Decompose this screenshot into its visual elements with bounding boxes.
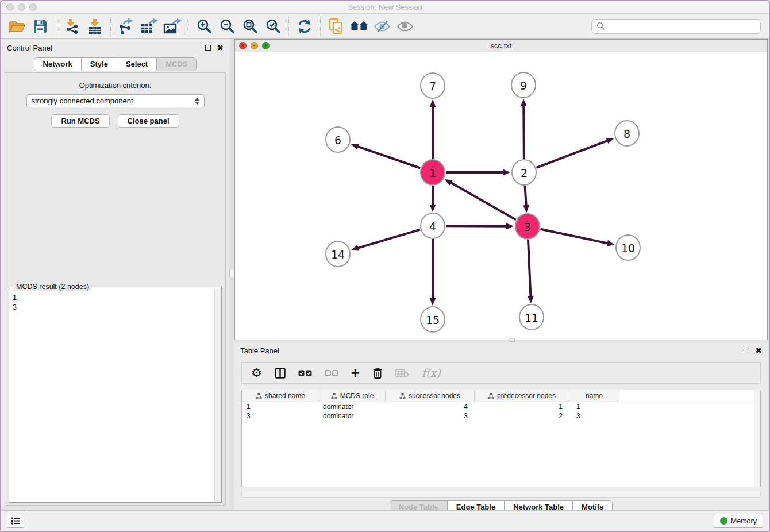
hierarchy-icon <box>331 393 337 399</box>
export-image-icon <box>163 18 182 34</box>
close-panel-icon[interactable]: ✖ <box>217 45 224 51</box>
zoom-selected-icon <box>265 18 281 34</box>
column-header-label: successor nodes <box>409 392 460 400</box>
toggle-columns-button[interactable] <box>275 364 286 381</box>
graph-edge-arrowhead <box>351 245 359 251</box>
graph-node-label: 2 <box>521 167 528 179</box>
table-cell[interactable]: 1 <box>242 403 319 411</box>
criterion-select[interactable]: strongly connected component <box>26 94 205 107</box>
graph-edge-3-1[interactable] <box>450 182 516 220</box>
deselect-all-rows-button[interactable] <box>325 364 338 381</box>
home-views-button[interactable] <box>348 16 371 37</box>
table-row[interactable]: 3dominator323 <box>242 411 760 421</box>
column-header-successor-nodes[interactable]: successor nodes <box>386 390 475 402</box>
network-graph-svg: 7968124314101511 <box>235 52 767 340</box>
graph-node-label: 8 <box>623 128 630 140</box>
table-cell[interactable]: 1 <box>569 403 619 411</box>
table-row[interactable]: 1dominator411 <box>242 402 760 411</box>
network-window-title: scc.txt <box>235 41 767 50</box>
close-table-panel-icon[interactable]: ✖ <box>755 348 762 353</box>
memory-button[interactable]: Memory <box>714 514 763 528</box>
table-header-row: shared nameMCDS rolesuccessor nodesprede… <box>242 390 760 402</box>
export-table-button[interactable] <box>138 16 161 37</box>
toolbar-separator <box>56 17 56 36</box>
table-vertical-scrollbar[interactable] <box>754 390 760 487</box>
column-header-predecessor-nodes[interactable]: predecessor nodes <box>475 390 569 402</box>
column-header-name[interactable]: name <box>569 390 619 402</box>
splitter-grip[interactable] <box>229 269 234 277</box>
search-field[interactable] <box>591 19 761 34</box>
table-cell[interactable]: 4 <box>386 403 475 411</box>
import-network-button[interactable] <box>60 16 83 37</box>
network-canvas[interactable]: 7968124314101511 <box>235 52 767 340</box>
table-cell[interactable]: dominator <box>319 412 386 420</box>
run-mcds-button[interactable]: Run MCDS <box>51 114 109 128</box>
table-cell[interactable]: 3 <box>242 412 319 420</box>
unchecked-boxes-icon <box>325 370 338 376</box>
graph-edge-3-10[interactable] <box>541 229 609 244</box>
zoom-in-button[interactable] <box>192 16 215 37</box>
horizontal-splitter-grip[interactable] <box>510 338 515 342</box>
graph-edge-2-3[interactable] <box>525 186 526 207</box>
search-input[interactable] <box>605 22 756 30</box>
graph-edge-4-3[interactable] <box>446 226 508 226</box>
float-panel-icon[interactable] <box>205 45 211 51</box>
graph-edge-3-11[interactable] <box>528 240 530 298</box>
titlebar: Session: New Session <box>1 1 769 14</box>
table-panel-title: Table Panel <box>240 346 279 355</box>
graph-edge-2-9[interactable] <box>523 105 524 159</box>
table-cell[interactable]: 2 <box>475 412 569 420</box>
node-table: shared nameMCDS rolesuccessor nodesprede… <box>241 390 761 487</box>
zoom-fit-icon <box>242 18 258 34</box>
hide-selected-button[interactable] <box>371 16 394 37</box>
tab-mcds[interactable]: MCDS <box>156 58 196 71</box>
table-cell[interactable]: dominator <box>319 403 386 411</box>
result-scrollbar[interactable] <box>214 288 221 502</box>
show-all-button[interactable] <box>394 16 417 37</box>
table-settings-button[interactable]: ⚙ <box>251 364 262 381</box>
zoom-out-button[interactable] <box>215 16 238 37</box>
control-panel: Control Panel ✖ Network Style Select MCD… <box>1 40 229 506</box>
vertical-splitter[interactable] <box>230 39 233 512</box>
toolbar-separator <box>320 17 321 36</box>
mcds-result-list[interactable]: 13 <box>10 292 214 501</box>
delete-column-button[interactable] <box>372 364 383 381</box>
graph-node-label: 15 <box>426 314 440 326</box>
graph-edge-arrowhead <box>607 240 615 246</box>
task-history-button[interactable] <box>7 514 24 528</box>
close-panel-button[interactable]: Close panel <box>118 114 179 128</box>
import-table-button[interactable] <box>83 16 106 37</box>
refresh-layout-button[interactable] <box>293 16 316 37</box>
tab-select[interactable]: Select <box>117 58 156 71</box>
mcds-result-title: MCDS result (2 nodes) <box>14 283 91 291</box>
column-header-MCDS-role[interactable]: MCDS role <box>319 390 386 402</box>
tab-style[interactable]: Style <box>81 58 117 71</box>
tab-network[interactable]: Network <box>34 58 81 71</box>
control-panel-title: Control Panel <box>7 44 52 52</box>
table-cell[interactable]: 3 <box>569 412 619 420</box>
export-image-button[interactable] <box>161 16 184 37</box>
graph-node-label: 6 <box>334 134 341 147</box>
select-all-rows-button[interactable] <box>298 364 312 381</box>
save-session-button[interactable] <box>29 16 52 37</box>
zoom-selected-button[interactable] <box>261 16 284 37</box>
memory-label: Memory <box>731 517 757 525</box>
table-horizontal-scrollbar[interactable] <box>241 491 761 498</box>
graph-edge-2-8[interactable] <box>537 140 609 168</box>
table-cell[interactable]: 3 <box>386 412 475 420</box>
graph-edge-4-14[interactable] <box>357 230 420 249</box>
table-cell[interactable]: 1 <box>475 403 569 411</box>
first-neighbors-button[interactable] <box>325 16 348 37</box>
zoom-fit-button[interactable] <box>238 16 261 37</box>
float-table-panel-icon[interactable] <box>744 348 749 353</box>
houses-icon <box>349 20 369 33</box>
graph-edge-1-6[interactable] <box>356 146 420 168</box>
graph-edge-arrowhead <box>506 223 514 229</box>
hierarchy-icon <box>256 393 262 399</box>
column-header-label: predecessor nodes <box>497 392 556 400</box>
export-network-button[interactable] <box>115 16 138 37</box>
add-column-button[interactable]: + <box>351 364 360 381</box>
list-icon <box>11 516 21 525</box>
open-session-button[interactable] <box>6 16 29 37</box>
column-header-shared-name[interactable]: shared name <box>242 390 319 402</box>
